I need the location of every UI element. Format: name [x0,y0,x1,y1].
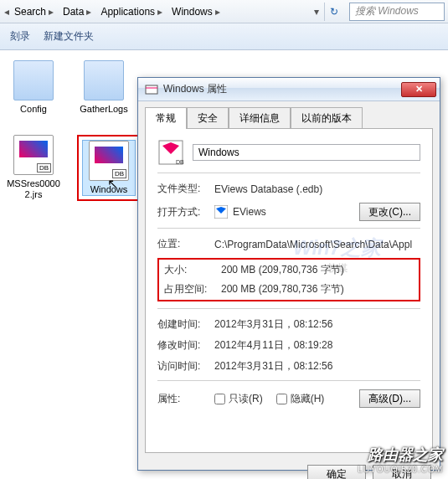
file-label: MSSres0000 2.jrs [7,178,60,200]
window-icon [145,83,158,96]
filetype-label: 文件类型: [157,182,214,196]
tab-strip: 常规 安全 详细信息 以前的版本 [138,101,440,128]
chevron-right-icon: ▸ [85,6,92,18]
window-title: Windows 属性 [163,82,401,96]
sizeondisk-label: 占用空间: [164,282,221,296]
svg-text:DB: DB [176,159,184,165]
new-folder-button[interactable]: 新建文件夹 [44,29,94,44]
breadcrumb-seg[interactable]: Search▸ [10,3,59,21]
folder-icon [84,60,124,100]
tab-previous[interactable]: 以前的版本 [291,107,363,129]
location-label: 位置: [157,237,214,251]
modified-label: 修改时间: [157,338,214,353]
advanced-button[interactable]: 高级(D)... [359,389,420,408]
chevron-right-icon: ▸ [157,6,163,18]
app-icon [214,205,228,219]
location-value: C:\ProgramData\Microsoft\Search\Data\App… [214,239,420,250]
tab-general[interactable]: 常规 [145,107,187,129]
doc-icon [13,135,54,175]
close-button[interactable]: ✕ [401,82,436,97]
file-item[interactable]: MSSres0000 2.jrs [7,135,60,201]
dialog-buttons: 确定 取消 [138,460,440,479]
openwith-label: 打开方式: [157,205,214,219]
edb-icon [89,141,129,181]
created-label: 创建时间: [157,317,214,332]
breadcrumb-bar: ◂ Search▸ Data▸ Applications▸ Windows▸ ▾… [0,0,448,23]
breadcrumb-seg[interactable]: Data▸ [59,3,96,21]
modified-value: 2012年4月11日，08:19:28 [214,338,420,353]
accessed-value: 2012年3月31日，08:12:56 [214,359,420,373]
command-bar: 刻录 新建文件夹 [0,23,448,50]
change-button[interactable]: 更改(C)... [359,203,420,221]
file-item-selected[interactable]: Windows [82,140,136,196]
accessed-label: 访问时间: [157,359,214,373]
highlight-box: 大小:200 MB (209,780,736 字节) 占用空间:200 MB (… [157,258,420,301]
highlight-box: Windows [77,135,141,201]
ok-button[interactable]: 确定 [307,465,366,479]
created-value: 2012年3月31日，08:12:56 [214,317,420,332]
tab-panel: DB 文件类型:EViews Database (.edb) 打开方式: EVi… [145,128,433,453]
file-label: Config [7,104,60,115]
file-type-icon: DB [157,139,184,166]
file-label: GatherLogs [77,104,131,115]
hidden-checkbox[interactable]: 隐藏(H) [276,392,325,406]
breadcrumb-seg[interactable]: Windows▸ [167,3,225,21]
chevron-down-icon: ▾ [313,6,320,18]
svg-rect-0 [146,85,157,94]
tab-security[interactable]: 安全 [187,107,229,129]
file-label: Windows [83,184,135,195]
nav-back-icon[interactable]: ◂ [3,6,10,18]
filetype-value: EViews Database (.edb) [214,183,420,195]
size-label: 大小: [164,263,221,277]
sizeondisk-value: 200 MB (209,780,736 字节) [221,282,414,296]
tab-details[interactable]: 详细信息 [229,107,291,129]
titlebar[interactable]: Windows 属性 ✕ [138,78,440,101]
openwith-value: EViews [233,206,266,218]
folder-item[interactable]: Config [7,60,60,115]
folder-icon [13,60,54,100]
refresh-button[interactable]: ↻ [324,3,344,21]
properties-dialog: Windows 属性 ✕ 常规 安全 详细信息 以前的版本 DB 文件类型:EV… [137,77,440,471]
breadcrumb-dropdown[interactable]: ▾ [309,3,324,21]
size-value: 200 MB (209,780,736 字节) [221,263,414,277]
burn-button[interactable]: 刻录 [10,29,30,44]
search-input[interactable]: 搜索 Windows [349,3,445,21]
folder-item[interactable]: GatherLogs [77,60,131,115]
filename-input[interactable] [193,144,420,161]
attrs-label: 属性: [157,392,214,406]
readonly-checkbox[interactable]: 只读(R) [214,392,263,406]
chevron-right-icon: ▸ [214,6,221,18]
chevron-right-icon: ▸ [48,6,54,18]
cancel-button[interactable]: 取消 [373,465,431,479]
breadcrumb-seg[interactable]: Applications▸ [96,3,167,21]
